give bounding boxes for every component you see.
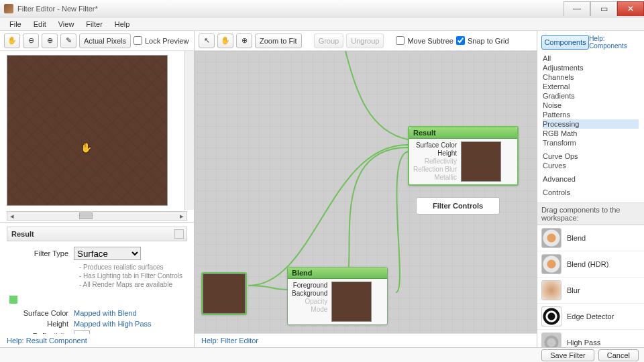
cat-rgb-math[interactable]: RGB Math [543,129,639,138]
actual-pixels-button[interactable]: Actual Pixels [79,34,131,48]
port-reflection-blur[interactable]: Reflection Blur [413,166,457,173]
drag-components-label: Drag components to the workspace: [537,203,644,225]
height-label: Height [7,320,74,328]
scroll-right-icon[interactable]: ▸ [177,212,186,221]
save-filter-button[interactable]: Save Filter [541,349,594,361]
lock-preview-input[interactable] [133,36,142,45]
footer: Save Filter Cancel [0,347,644,362]
cat-all[interactable]: All [543,54,639,63]
port-metallic[interactable]: Metallic [413,174,457,181]
preview-scrollbar-horizontal[interactable]: ◂ ▸ [7,211,187,221]
scroll-thumb[interactable] [79,213,93,219]
properties-scroll-up-icon[interactable] [174,229,184,239]
zoom-out-icon[interactable]: ⊖ [23,34,39,48]
snap-to-grid-checkbox[interactable]: Snap to Grid [456,36,509,45]
lock-preview-checkbox[interactable]: Lock Preview [133,36,189,45]
filter-controls-button[interactable]: Filter Controls [416,197,500,215]
port-surface-color[interactable]: Surface Color [413,141,457,149]
cat-adjustments[interactable]: Adjustments [543,63,639,72]
help-result-component[interactable]: Help: Result Component [0,334,194,347]
move-subtree-input[interactable] [396,36,405,45]
node-image-1-thumbnail [203,274,246,314]
preview-image[interactable]: ✋ [7,55,168,206]
select-tool-icon[interactable]: ↖ [199,34,215,48]
move-subtree-checkbox[interactable]: Move Subtree [396,36,453,45]
color-swatch[interactable] [9,296,17,304]
lock-preview-label: Lock Preview [145,37,189,45]
preview-toolbar: ✋ ⊖ ⊕ ✎ Actual Pixels Lock Preview [0,31,194,51]
zoom-in-icon[interactable]: ⊕ [42,34,58,48]
node-result-header[interactable]: Result [409,127,517,139]
preview-scrollbar-vertical[interactable] [184,51,194,210]
cat-curve-ops[interactable]: Curve Ops [543,152,639,161]
port-background[interactable]: Background [292,290,327,297]
eyedropper-icon[interactable]: ✎ [60,34,76,48]
cat-patterns[interactable]: Patterns [543,110,639,119]
zoom-tool-icon[interactable]: ⊕ [236,34,252,48]
component-blend[interactable]: Blend [537,225,644,251]
component-edge-detector[interactable]: Edge Detector [537,304,644,330]
hand-cursor-icon: ✋ [80,142,92,153]
blend-hdr-icon [541,254,561,274]
node-canvas[interactable]: Result Surface Color Height Reflectivity… [195,51,537,333]
cat-advanced[interactable]: Advanced [543,174,639,184]
port-reflectivity[interactable]: Reflectivity [413,158,457,165]
menu-edit[interactable]: Edit [28,19,52,29]
node-result[interactable]: Result Surface Color Height Reflectivity… [408,126,519,186]
node-blend-header[interactable]: Blend [288,267,387,279]
cat-channels[interactable]: Channels [543,72,639,82]
cat-curves[interactable]: Curves [543,161,639,170]
filter-type-label: Filter Type [7,249,74,257]
node-image-1[interactable] [201,272,247,315]
minimize-button[interactable]: — [564,1,590,16]
help-components-link[interactable]: Help: Components [589,35,640,50]
menu-filter[interactable]: Filter [80,19,107,29]
port-opacity[interactable]: Opacity [292,298,327,305]
window-title: Filter Editor - New Filter* [17,5,564,13]
properties-title: Result [11,230,34,238]
cat-processing[interactable]: Processing [543,119,639,129]
cancel-button[interactable]: Cancel [598,349,639,361]
cat-transform[interactable]: Transform [543,138,639,147]
workspace-toolbar: ↖ ✋ ⊕ Zoom to Fit Group Ungroup Move Sub… [195,31,537,51]
properties-header: Result [7,227,187,241]
pan-tool-icon[interactable]: ✋ [4,34,20,48]
component-blur[interactable]: Blur [537,278,644,304]
component-blend-hdr[interactable]: Blend (HDR) [537,251,644,278]
component-list[interactable]: Blend Blend (HDR) Blur Edge Detector Hig… [537,225,644,347]
menu-file[interactable]: File [4,19,27,29]
help-filter-editor-center[interactable]: Help: Filter Editor [195,333,537,347]
pan-tool-icon-2[interactable]: ✋ [217,34,233,48]
node-blend-thumbnail [331,282,372,322]
surface-color-value[interactable]: Mapped with Blend [74,309,187,317]
cat-external[interactable]: External [543,82,639,91]
port-mode[interactable]: Mode [292,306,327,313]
zoom-to-fit-button[interactable]: Zoom to Fit [255,34,302,48]
height-value[interactable]: Mapped with High Pass [74,320,187,328]
menubar: File Edit View Filter Help [0,17,644,31]
close-button[interactable]: ✕ [617,1,644,16]
node-result-thumbnail [461,141,501,182]
component-high-pass[interactable]: High Pass [537,330,644,347]
group-button[interactable]: Group [314,34,344,48]
components-tab[interactable]: Components [541,35,589,50]
menu-help[interactable]: Help [109,19,136,29]
blur-icon [541,280,561,300]
filter-type-notes: - Produces realistic surfaces - Has Ligh… [79,263,187,289]
ungroup-button[interactable]: Ungroup [346,34,384,48]
cat-controls[interactable]: Controls [543,188,639,197]
properties-panel: Result Filter Type Surface - Produces re… [0,222,194,334]
cat-gradients[interactable]: Gradients [543,91,639,101]
port-foreground[interactable]: Foreground [292,282,327,289]
snap-to-grid-input[interactable] [456,36,465,45]
node-blend[interactable]: Blend Foreground Background Opacity Mode [287,267,388,325]
edge-detector-icon [541,306,561,326]
filter-type-select[interactable]: Surface [74,247,141,260]
port-height[interactable]: Height [413,149,457,157]
menu-view[interactable]: View [53,19,80,29]
maximize-button[interactable]: ▭ [590,1,617,16]
cat-noise[interactable]: Noise [543,101,639,110]
scroll-left-icon[interactable]: ◂ [7,212,17,221]
titlebar: Filter Editor - New Filter* — ▭ ✕ [0,0,644,17]
left-panel: ✋ ⊖ ⊕ ✎ Actual Pixels Lock Preview ✋ ◂ ▸ [0,31,195,347]
